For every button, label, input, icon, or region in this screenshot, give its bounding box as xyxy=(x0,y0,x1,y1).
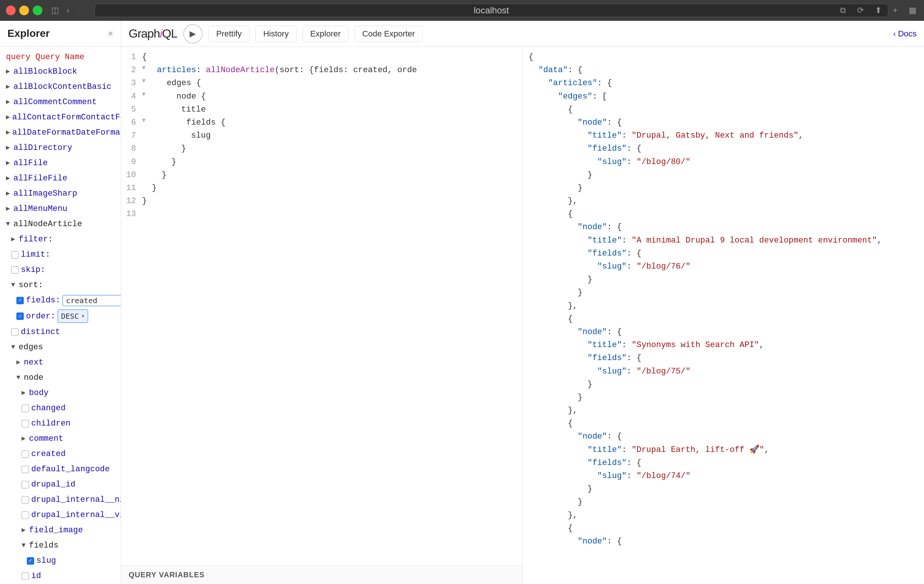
titlebar-right-icons: ⧉ ⟳ ⬆ + ▦ xyxy=(840,6,917,15)
url-bar[interactable]: localhost xyxy=(94,4,888,17)
app-body: Explorer × query Query Name ▶ allBlockBl… xyxy=(0,21,924,584)
sidebar-item-field-image[interactable]: ▶ field_image xyxy=(0,523,121,538)
fold-icon[interactable]: ▼ xyxy=(142,116,146,126)
code-line-3: 3 ▼ edges { xyxy=(121,77,522,89)
sidebar-item-created[interactable]: created xyxy=(0,447,121,462)
sidebar-item-fields[interactable]: ✓ fields: xyxy=(0,293,121,308)
sidebar-item-comment[interactable]: ▶ comment xyxy=(0,431,121,447)
sidebar-item-default-langcode[interactable]: default_langcode xyxy=(0,462,121,477)
sidebar-item-slug[interactable]: ✓ slug xyxy=(0,553,121,568)
order-dropdown[interactable]: DESC ▾ xyxy=(58,309,88,323)
query-vars-bar[interactable]: QUERY VARIABLES xyxy=(121,566,522,584)
tabs-icon[interactable]: ▦ xyxy=(909,6,917,15)
code-line-10: 10 } xyxy=(121,169,522,182)
fields-input[interactable] xyxy=(63,295,121,306)
translate-icon[interactable]: ⧉ xyxy=(840,6,846,15)
sidebar-item-allBlockContentBasic[interactable]: ▶ allBlockContentBasic xyxy=(0,79,121,94)
url-text: localhost xyxy=(474,5,509,16)
slug-checkbox[interactable]: ✓ xyxy=(27,557,34,565)
sidebar-item-fields-open[interactable]: ▼ fields xyxy=(0,538,121,553)
default-langcode-checkbox[interactable] xyxy=(21,466,29,473)
explorer-button[interactable]: Explorer xyxy=(302,26,349,42)
line-number: 2 xyxy=(121,64,142,77)
id-checkbox[interactable] xyxy=(21,572,29,580)
code-exporter-button[interactable]: Code Exporter xyxy=(355,26,423,42)
sidebar-item-distinct[interactable]: distinct xyxy=(0,324,121,340)
sidebar-item-label: allCommentComment xyxy=(13,96,97,108)
code-line-5: 5 title xyxy=(121,103,522,116)
sidebar-item-order[interactable]: ✓ order: DESC ▾ xyxy=(0,308,121,324)
docs-chevron-icon: ‹ xyxy=(893,30,896,38)
sidebar-item-allFileFile[interactable]: ▶ allFileFile xyxy=(0,171,121,186)
sidebar-item-allMenuMenu[interactable]: ▶ allMenuMenu xyxy=(0,201,121,217)
skip-checkbox[interactable] xyxy=(11,266,18,274)
sidebar-item-skip[interactable]: skip: xyxy=(0,262,121,278)
share-icon[interactable]: ⬆ xyxy=(875,6,882,15)
docs-link[interactable]: ‹ Docs xyxy=(893,29,917,39)
changed-checkbox[interactable] xyxy=(21,405,29,412)
code-line-1: 1 { xyxy=(121,51,522,64)
run-icon: ▶ xyxy=(190,29,196,39)
history-button[interactable]: History xyxy=(255,26,296,42)
run-button[interactable]: ▶ xyxy=(183,24,203,43)
forward-icon[interactable]: › xyxy=(77,6,79,15)
sidebar-item-changed[interactable]: changed xyxy=(0,400,121,416)
sidebar-item-children[interactable]: children xyxy=(0,416,121,431)
fold-icon[interactable]: ▼ xyxy=(142,77,146,86)
sidebar-item-sort[interactable]: ▼ sort: xyxy=(0,278,121,293)
sidebar-item-drupal-internal-nid[interactable]: drupal_internal__nid xyxy=(0,492,121,507)
sidebar-item-id[interactable]: id xyxy=(0,568,121,584)
minimize-traffic-light[interactable] xyxy=(19,6,29,15)
close-traffic-light[interactable] xyxy=(6,6,16,15)
code-line-7: 7 slug xyxy=(121,129,522,142)
line-content xyxy=(142,208,147,220)
sidebar-item-node[interactable]: ▼ node xyxy=(0,370,121,385)
docs-label: Docs xyxy=(898,29,917,39)
sidebar-item-allDirectory[interactable]: ▶ allDirectory xyxy=(0,140,121,156)
created-checkbox[interactable] xyxy=(21,450,29,458)
children-checkbox[interactable] xyxy=(21,420,29,427)
drupal-internal-vid-checkbox[interactable] xyxy=(21,511,29,519)
line-content: } xyxy=(142,169,167,182)
sidebar-item-label: drupal_id xyxy=(31,478,76,491)
fields-checkbox[interactable]: ✓ xyxy=(16,297,24,304)
sidebar-item-label: skip: xyxy=(21,264,45,276)
order-checkbox[interactable]: ✓ xyxy=(16,313,24,320)
new-tab-icon[interactable]: + xyxy=(893,6,898,15)
sidebar-item-allNodeArticle[interactable]: ▼ allNodeArticle xyxy=(0,217,121,232)
sidebar-item-filter[interactable]: ▶ filter: xyxy=(0,232,121,247)
sidebar-item-allFile[interactable]: ▶ allFile xyxy=(0,156,121,171)
line-content: fields { xyxy=(147,116,226,129)
prettify-button[interactable]: Prettify xyxy=(208,26,249,42)
sidebar-item-limit[interactable]: limit: xyxy=(0,247,121,262)
fullscreen-traffic-light[interactable] xyxy=(33,6,42,15)
sidebar-toggle-icon[interactable]: ◫ xyxy=(51,6,59,15)
code-editor[interactable]: 1 { 2 ▼ articles: allNodeArticle(sort: {… xyxy=(121,47,523,584)
drupal-id-checkbox[interactable] xyxy=(21,481,29,488)
sidebar-item-allBlockBlock[interactable]: ▶ allBlockBlock xyxy=(0,64,121,79)
sidebar-item-drupal-internal-vid[interactable]: drupal_internal__vid xyxy=(0,507,121,523)
sidebar-item-allImageSharp[interactable]: ▶ allImageSharp xyxy=(0,186,121,201)
drupal-internal-nid-checkbox[interactable] xyxy=(21,496,29,504)
fold-icon[interactable]: ▼ xyxy=(142,64,146,73)
line-content: title xyxy=(142,103,206,116)
line-number: 8 xyxy=(121,142,142,155)
sidebar-item-drupal-id[interactable]: drupal_id xyxy=(0,477,121,492)
code-line-13: 13 xyxy=(121,208,522,220)
sidebar-title: Explorer xyxy=(7,28,50,40)
sidebar-item-edges[interactable]: ▼ edges xyxy=(0,340,121,355)
limit-checkbox[interactable] xyxy=(11,251,18,258)
sidebar-item-next[interactable]: ▶ next xyxy=(0,355,121,370)
sidebar-close-button[interactable]: × xyxy=(108,28,113,40)
sidebar-item-body[interactable]: ▶ body xyxy=(0,385,121,400)
sidebar-item-label: allBlockBlock xyxy=(13,66,77,78)
fold-icon[interactable]: ▼ xyxy=(142,90,146,100)
traffic-lights xyxy=(6,6,42,15)
sidebar-item-label: allImageSharp xyxy=(13,187,77,200)
distinct-checkbox[interactable] xyxy=(11,328,18,336)
sidebar-item-allDateFormatDateFormat[interactable]: ▶ allDateFormatDateFormat xyxy=(0,125,121,140)
sidebar-item-allContactFormContactForm[interactable]: ▶ allContactFormContactForm xyxy=(0,110,121,125)
back-icon[interactable]: ‹ xyxy=(66,6,69,15)
reload-icon[interactable]: ⟳ xyxy=(857,6,864,15)
sidebar-item-allCommentComment[interactable]: ▶ allCommentComment xyxy=(0,94,121,110)
